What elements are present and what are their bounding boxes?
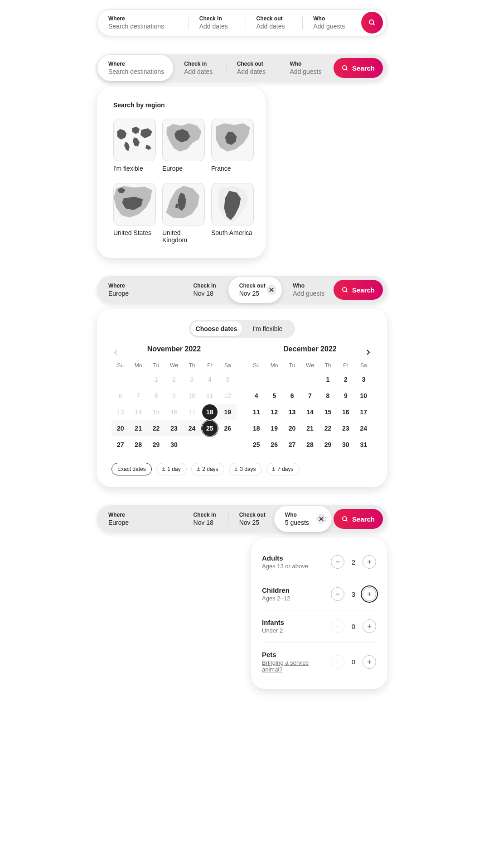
checkin-segment[interactable]: Check in Add dates bbox=[173, 55, 226, 81]
checkin-segment[interactable]: Check in Nov 18 bbox=[183, 506, 228, 532]
calendar-day[interactable]: 16 bbox=[337, 404, 354, 420]
calendar-day[interactable]: 31 bbox=[355, 436, 373, 453]
checkin-segment[interactable]: Check in Add dates bbox=[189, 10, 246, 36]
calendar-day[interactable]: 17 bbox=[183, 404, 201, 420]
region-card[interactable]: United States bbox=[113, 183, 156, 244]
calendar-day[interactable]: 29 bbox=[147, 436, 165, 453]
who-segment[interactable]: Who Add guests bbox=[282, 277, 332, 303]
search-button[interactable]: Search bbox=[334, 280, 383, 300]
calendar-day[interactable]: 2 bbox=[337, 371, 354, 388]
calendar-day[interactable]: 22 bbox=[147, 420, 165, 436]
date-flex-chip[interactable]: ± 1 day bbox=[156, 463, 187, 475]
calendar-day[interactable]: 21 bbox=[301, 420, 319, 436]
calendar-day[interactable]: 6 bbox=[111, 388, 129, 404]
where-input[interactable] bbox=[108, 68, 169, 75]
calendar-day[interactable]: 26 bbox=[265, 436, 283, 453]
calendar-day[interactable]: 5 bbox=[219, 371, 237, 388]
increment-button[interactable] bbox=[363, 587, 376, 601]
region-card[interactable]: South America bbox=[211, 183, 254, 244]
region-card[interactable]: Europe bbox=[162, 119, 205, 172]
next-month-button[interactable] bbox=[362, 346, 374, 359]
calendar-day[interactable]: 11 bbox=[201, 388, 218, 404]
increment-button[interactable] bbox=[363, 619, 376, 633]
checkout-segment[interactable]: Check out Nov 25 bbox=[228, 506, 274, 532]
calendar-day[interactable]: 27 bbox=[111, 436, 129, 453]
who-segment[interactable]: Who Add guests bbox=[279, 55, 332, 81]
calendar-day[interactable]: 5 bbox=[265, 388, 283, 404]
calendar-day[interactable]: 24 bbox=[355, 420, 373, 436]
date-flex-chip[interactable]: ± 7 days bbox=[266, 463, 300, 475]
calendar-day[interactable]: 13 bbox=[283, 404, 301, 420]
calendar-day[interactable]: 23 bbox=[337, 420, 354, 436]
calendar-day[interactable]: 30 bbox=[337, 436, 354, 453]
date-flex-chip[interactable]: ± 3 days bbox=[229, 463, 262, 475]
calendar-day[interactable]: 19 bbox=[219, 404, 237, 420]
increment-button[interactable] bbox=[363, 555, 376, 569]
calendar-day[interactable]: 1 bbox=[147, 371, 165, 388]
calendar-day[interactable]: 25 bbox=[247, 436, 265, 453]
calendar-day[interactable]: 16 bbox=[165, 404, 183, 420]
calendar-day[interactable]: 22 bbox=[319, 420, 337, 436]
where-segment[interactable]: Where Europe bbox=[97, 506, 183, 532]
calendar-day[interactable]: 4 bbox=[201, 371, 218, 388]
who-segment[interactable]: Who 5 guests bbox=[274, 506, 332, 532]
calendar-day[interactable]: 8 bbox=[319, 388, 337, 404]
calendar-day[interactable]: 6 bbox=[283, 388, 301, 404]
decrement-button[interactable] bbox=[331, 555, 344, 569]
calendar-day[interactable]: 18 bbox=[247, 420, 265, 436]
where-segment[interactable]: Where bbox=[97, 55, 173, 81]
where-segment[interactable]: Where Search destinations bbox=[97, 10, 189, 36]
search-button[interactable]: Search bbox=[334, 509, 383, 529]
calendar-day[interactable]: 3 bbox=[183, 371, 201, 388]
calendar-day[interactable]: 21 bbox=[129, 420, 147, 436]
calendar-day[interactable]: 25 bbox=[201, 420, 218, 436]
calendar-day[interactable]: 10 bbox=[183, 388, 201, 404]
checkout-segment[interactable]: Check out Add dates bbox=[226, 55, 279, 81]
calendar-day[interactable]: 2 bbox=[165, 371, 183, 388]
checkout-segment[interactable]: Check out Nov 25 bbox=[228, 277, 282, 303]
calendar-day[interactable]: 15 bbox=[319, 404, 337, 420]
calendar-day[interactable]: 9 bbox=[165, 388, 183, 404]
checkin-segment[interactable]: Check in Nov 18 bbox=[183, 277, 228, 303]
calendar-day[interactable]: 10 bbox=[355, 388, 373, 404]
calendar-day[interactable]: 13 bbox=[111, 404, 129, 420]
calendar-day[interactable]: 18 bbox=[201, 404, 218, 420]
decrement-button[interactable] bbox=[331, 587, 344, 601]
prev-month-button[interactable] bbox=[110, 346, 122, 359]
region-card[interactable]: United Kingdom bbox=[162, 183, 205, 244]
calendar-day[interactable]: 14 bbox=[301, 404, 319, 420]
tab-choose-dates[interactable]: Choose dates bbox=[191, 321, 242, 336]
calendar-day[interactable]: 20 bbox=[111, 420, 129, 436]
region-card[interactable]: France bbox=[211, 119, 254, 172]
clear-guests-button[interactable] bbox=[316, 514, 326, 524]
calendar-day[interactable]: 4 bbox=[247, 388, 265, 404]
calendar-day[interactable]: 9 bbox=[337, 388, 354, 404]
calendar-day[interactable]: 23 bbox=[165, 420, 183, 436]
search-button[interactable] bbox=[361, 12, 383, 34]
increment-button[interactable] bbox=[363, 655, 376, 669]
calendar-day[interactable]: 28 bbox=[129, 436, 147, 453]
clear-checkout-button[interactable] bbox=[266, 285, 276, 295]
region-card[interactable]: I'm flexible bbox=[113, 119, 156, 172]
calendar-day[interactable]: 28 bbox=[301, 436, 319, 453]
tab-flexible[interactable]: I'm flexible bbox=[242, 321, 293, 336]
calendar-day[interactable]: 8 bbox=[147, 388, 165, 404]
calendar-day[interactable]: 20 bbox=[283, 420, 301, 436]
calendar-day[interactable]: 12 bbox=[265, 404, 283, 420]
calendar-day[interactable]: 7 bbox=[301, 388, 319, 404]
checkout-segment[interactable]: Check out Add dates bbox=[246, 10, 303, 36]
date-flex-chip[interactable]: Exact dates bbox=[111, 463, 152, 475]
calendar-day[interactable]: 17 bbox=[355, 404, 373, 420]
calendar-day[interactable]: 14 bbox=[129, 404, 147, 420]
calendar-day[interactable]: 19 bbox=[265, 420, 283, 436]
calendar-day[interactable]: 15 bbox=[147, 404, 165, 420]
who-segment[interactable]: Who Add guests bbox=[302, 10, 359, 36]
where-segment[interactable]: Where Europe bbox=[97, 277, 183, 303]
guest-type-sub[interactable]: Bringing a service animal? bbox=[262, 659, 331, 673]
calendar-day[interactable]: 12 bbox=[219, 388, 237, 404]
calendar-day[interactable]: 30 bbox=[165, 436, 183, 453]
calendar-day[interactable]: 29 bbox=[319, 436, 337, 453]
calendar-day[interactable]: 26 bbox=[219, 420, 237, 436]
calendar-day[interactable]: 7 bbox=[129, 388, 147, 404]
date-flex-chip[interactable]: ± 2 days bbox=[191, 463, 224, 475]
